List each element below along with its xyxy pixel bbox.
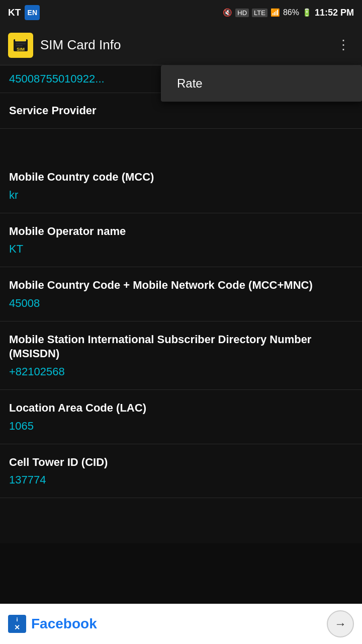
operator-name-value: KT <box>9 243 353 256</box>
battery-icon: 🔋 <box>302 8 312 17</box>
operator-name-row: Mobile Operator name KT <box>0 213 362 268</box>
ad-left: i ✕ Facebook <box>8 615 97 633</box>
dropdown-menu: Rate <box>161 65 362 102</box>
operator-name-label: Mobile Operator name <box>9 224 353 239</box>
time-display: 11:52 PM <box>315 8 354 18</box>
mcc-mnc-value: 45008 <box>9 297 353 310</box>
mcc-mnc-label: Mobile Country Code + Mobile Network Cod… <box>9 278 353 293</box>
svg-rect-4 <box>16 43 26 44</box>
cid-row: Cell Tower ID (CID) 137774 <box>0 444 362 499</box>
status-right: 🔇 HD LTE 📶 86% 🔋 11:52 PM <box>223 8 354 18</box>
mute-icon: 🔇 <box>223 8 232 17</box>
app-bar-left: SIM SIM Card Info <box>8 33 121 58</box>
svg-rect-2 <box>15 38 26 41</box>
more-menu-icon[interactable]: ⋮ <box>333 33 354 57</box>
mcc-mnc-row: Mobile Country Code + Mobile Network Cod… <box>0 267 362 321</box>
status-bar: KT EN 🔇 HD LTE 📶 86% 🔋 11:52 PM <box>0 0 362 25</box>
mcc-label: Mobile Country code (MCC) <box>9 170 353 185</box>
lac-label: Location Area Code (LAC) <box>9 401 353 416</box>
shield-icon: EN <box>25 5 40 20</box>
app-icon: SIM <box>8 33 33 58</box>
msisdn-row: Mobile Station International Subscriber … <box>0 321 362 390</box>
mcc-row: Mobile Country code (MCC) kr <box>0 159 362 213</box>
ad-info-icon: i ✕ <box>8 615 26 633</box>
hd-label: HD <box>235 9 249 17</box>
lac-row: Location Area Code (LAC) 1065 <box>0 390 362 444</box>
app-bar: SIM SIM Card Info ⋮ <box>0 25 362 65</box>
signal-icon: 📶 <box>270 8 280 17</box>
ad-bar: i ✕ Facebook → <box>0 604 362 644</box>
carrier-label: KT <box>8 7 21 18</box>
rate-menu-item[interactable]: Rate <box>161 65 362 102</box>
svg-rect-5 <box>16 45 23 46</box>
cid-value: 137774 <box>9 473 353 487</box>
ad-arrow-button[interactable]: → <box>327 610 354 637</box>
ad-text: Facebook <box>31 616 97 632</box>
lte-label: LTE <box>252 9 267 17</box>
lac-value: 1065 <box>9 420 353 433</box>
ad-x-label: ✕ <box>14 623 20 631</box>
app-title: SIM Card Info <box>40 37 121 53</box>
msisdn-value: +82102568 <box>9 365 353 378</box>
service-provider-label: Service Provider <box>9 104 353 117</box>
mcc-value: kr <box>9 189 353 202</box>
spacer <box>0 129 362 159</box>
ad-i-label: i <box>16 616 18 622</box>
battery-percent: 86% <box>283 8 299 17</box>
main-content: 45008755010922... Service Provider Rate … <box>0 65 362 543</box>
msisdn-label: Mobile Station International Subscriber … <box>9 333 353 361</box>
svg-rect-3 <box>16 41 26 42</box>
status-left: KT EN <box>8 5 40 20</box>
svg-text:SIM: SIM <box>17 47 25 52</box>
cid-label: Cell Tower ID (CID) <box>9 455 353 470</box>
bottom-spacer <box>0 498 362 543</box>
